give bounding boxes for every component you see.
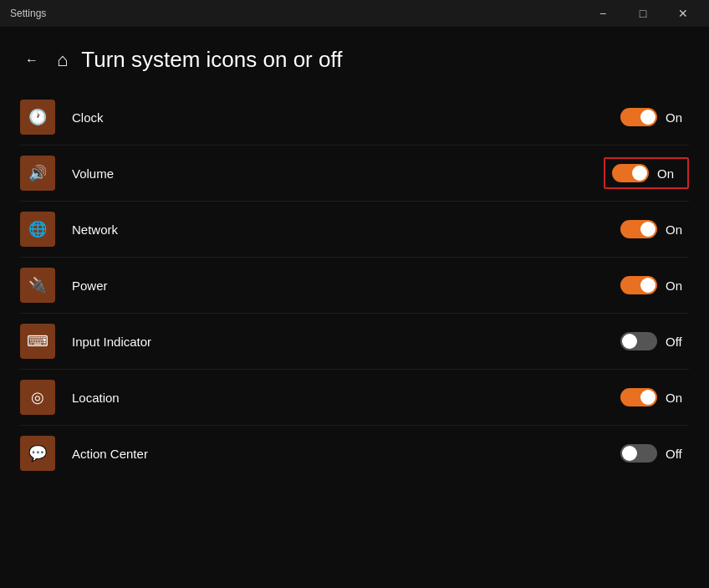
title-bar-left: Settings (10, 8, 46, 19)
volume-toggle-track (612, 164, 649, 182)
volume-label: Volume (72, 166, 604, 181)
clock-state-label: On (666, 110, 689, 125)
title-bar-title: Settings (10, 8, 46, 19)
volume-state-label: On (657, 166, 681, 181)
location-icon-wrap: ◎ (20, 380, 55, 415)
network-toggle[interactable] (620, 220, 657, 238)
volume-toggle[interactable] (612, 164, 649, 182)
input-indicator-toggle-track (620, 332, 657, 350)
input-indicator-icon-wrap: ⌨ (20, 324, 55, 359)
network-label: Network (72, 222, 620, 237)
close-button[interactable] (664, 0, 702, 27)
power-icon-wrap: 🔌 (20, 268, 55, 303)
setting-row-location: ◎LocationOn (20, 370, 689, 426)
close-icon (678, 7, 688, 20)
home-icon: ⌂ (57, 49, 68, 71)
power-label: Power (72, 279, 620, 293)
action-center-toggle-track (620, 444, 657, 463)
volume-highlight-box: On (604, 157, 689, 189)
location-toggle-thumb (640, 390, 655, 405)
page-header: ⌂ Turn system icons on or off (0, 27, 709, 89)
maximize-icon (640, 7, 646, 20)
action-center-icon-wrap: 💬 (20, 436, 55, 471)
setting-row-input-indicator: ⌨Input IndicatorOff (20, 314, 689, 370)
network-toggle-track (620, 220, 657, 238)
location-toggle-area: On (620, 388, 689, 406)
power-toggle-track (620, 276, 657, 294)
setting-row-clock: 🕐ClockOn (20, 89, 689, 146)
volume-icon: 🔊 (28, 164, 47, 182)
clock-toggle-thumb (640, 110, 655, 125)
setting-row-volume: 🔊VolumeOn (20, 146, 689, 202)
location-icon: ◎ (31, 388, 44, 406)
input-indicator-icon: ⌨ (27, 332, 48, 350)
network-icon: 🌐 (28, 220, 47, 238)
power-toggle[interactable] (620, 276, 657, 294)
minimize-icon (599, 7, 606, 20)
location-label: Location (72, 391, 620, 405)
input-indicator-toggle-thumb (622, 334, 637, 349)
network-toggle-area: On (620, 220, 689, 238)
volume-toggle-thumb (632, 166, 647, 181)
title-bar: Settings (0, 0, 709, 27)
power-toggle-thumb (640, 278, 655, 293)
action-center-state-label: Off (666, 447, 689, 461)
clock-toggle-track (620, 108, 657, 126)
setting-row-power: 🔌PowerOn (20, 258, 689, 314)
network-toggle-thumb (640, 222, 655, 237)
network-icon-wrap: 🌐 (20, 212, 55, 247)
settings-list: 🕐ClockOn🔊VolumeOn🌐NetworkOn🔌PowerOn⌨Inpu… (0, 89, 709, 481)
clock-icon-wrap: 🕐 (20, 100, 55, 135)
location-toggle-track (620, 388, 657, 406)
setting-row-action-center: 💬Action CenterOff (20, 426, 689, 481)
power-icon: 🔌 (28, 276, 47, 294)
input-indicator-toggle-area: Off (620, 332, 689, 350)
input-indicator-state-label: Off (666, 335, 689, 349)
back-arrow-icon (25, 53, 38, 68)
input-indicator-label: Input Indicator (72, 335, 620, 349)
title-bar-controls (584, 0, 702, 27)
action-center-toggle-thumb (622, 446, 637, 461)
back-button[interactable] (20, 49, 43, 72)
minimize-button[interactable] (584, 0, 622, 27)
clock-icon: 🕐 (28, 108, 47, 126)
input-indicator-toggle[interactable] (620, 332, 657, 350)
volume-icon-wrap: 🔊 (20, 156, 55, 191)
action-center-label: Action Center (72, 447, 620, 461)
power-state-label: On (666, 279, 689, 293)
network-state-label: On (666, 222, 689, 237)
location-toggle[interactable] (620, 388, 657, 406)
setting-row-network: 🌐NetworkOn (20, 202, 689, 258)
clock-toggle[interactable] (620, 108, 657, 126)
maximize-button[interactable] (624, 0, 662, 27)
clock-label: Clock (72, 110, 620, 125)
page-title: Turn system icons on or off (81, 47, 342, 73)
action-center-toggle-area: Off (620, 444, 689, 463)
action-center-icon: 💬 (28, 444, 47, 463)
power-toggle-area: On (620, 276, 689, 294)
action-center-toggle[interactable] (620, 444, 657, 463)
location-state-label: On (666, 391, 689, 405)
clock-toggle-area: On (620, 108, 689, 126)
